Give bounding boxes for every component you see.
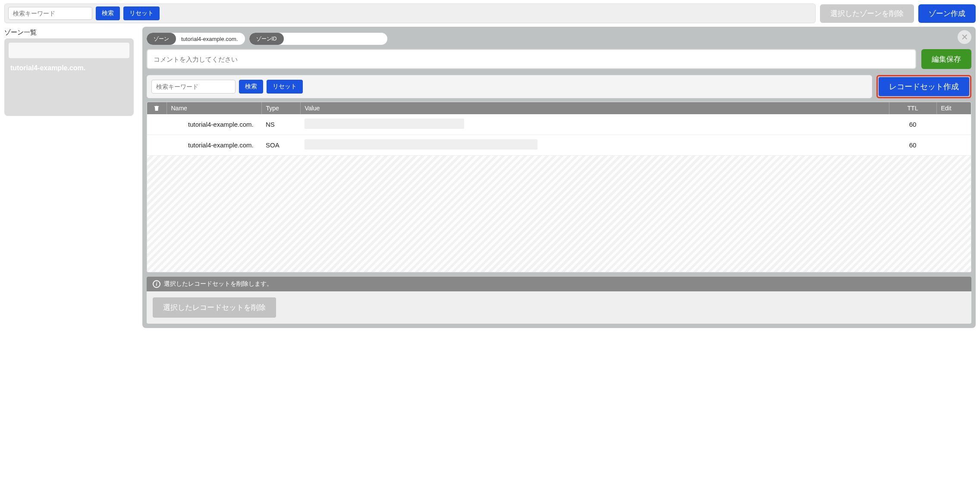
redacted-value xyxy=(305,139,537,150)
info-icon: i xyxy=(153,280,160,288)
record-table-container: Name Type Value TTL Edit tutorial4-examp… xyxy=(147,102,971,272)
top-toolbar: 検索 リセット 選択したゾーンを削除 ゾーン作成 xyxy=(0,0,980,27)
footer-info-text: 選択したレコードセットを削除します。 xyxy=(164,280,273,288)
zone-name-chip: ゾーン tutorial4-example.com. xyxy=(147,33,245,45)
zone-id-chip-label: ゾーンID xyxy=(249,33,284,45)
cell-value xyxy=(300,135,889,156)
col-header-ttl: TTL xyxy=(889,102,936,114)
table-row[interactable]: tutorial4-example.com. NS 60 xyxy=(147,114,971,135)
col-header-value: Value xyxy=(300,102,889,114)
close-icon[interactable]: ✕ xyxy=(958,30,971,44)
zone-list-item[interactable]: tutorial4-example.com. xyxy=(9,61,129,75)
row-select-cell[interactable] xyxy=(147,114,166,135)
table-row[interactable]: tutorial4-example.com. SOA 60 xyxy=(147,135,971,156)
create-zone-button[interactable]: ゾーン作成 xyxy=(918,4,976,23)
zone-detail-panel: ✕ ゾーン tutorial4-example.com. ゾーンID 編集保存 … xyxy=(142,27,976,328)
delete-selected-zone-button[interactable]: 選択したゾーンを削除 xyxy=(820,4,914,23)
save-edit-button[interactable]: 編集保存 xyxy=(921,49,971,69)
cell-ttl: 60 xyxy=(889,135,936,156)
comment-row: 編集保存 xyxy=(147,49,971,69)
zone-search-button[interactable]: 検索 xyxy=(96,6,120,20)
record-toolbar: 検索 リセット レコードセット作成 xyxy=(147,75,971,98)
zone-header: ゾーン tutorial4-example.com. ゾーンID xyxy=(147,31,971,49)
create-recordset-button[interactable]: レコードセット作成 xyxy=(879,77,969,96)
cell-ttl: 60 xyxy=(889,114,936,135)
footer-info-bar: i 選択したレコードセットを削除します。 xyxy=(147,277,971,291)
record-reset-button[interactable]: リセット xyxy=(267,80,303,94)
zone-search-group: 検索 リセット xyxy=(4,3,816,23)
row-select-cell[interactable] xyxy=(147,135,166,156)
cell-name: tutorial4-example.com. xyxy=(166,114,261,135)
cell-type: SOA xyxy=(261,135,300,156)
cell-value xyxy=(300,114,889,135)
cell-edit[interactable] xyxy=(936,114,971,135)
comment-input[interactable] xyxy=(147,49,916,69)
sidebar: ゾーン一覧 tutorial4-example.com. xyxy=(4,27,134,116)
create-recordset-highlight: レコードセット作成 xyxy=(876,75,971,98)
zone-search-input[interactable] xyxy=(8,7,92,20)
record-table: Name Type Value TTL Edit tutorial4-examp… xyxy=(147,102,971,156)
trash-icon xyxy=(151,105,162,112)
delete-selected-records-button[interactable]: 選択したレコードセットを削除 xyxy=(153,297,276,318)
zone-list-title: ゾーン一覧 xyxy=(4,27,134,38)
record-search-button[interactable]: 検索 xyxy=(239,80,263,94)
col-header-type: Type xyxy=(261,102,300,114)
record-search-input[interactable] xyxy=(151,80,236,94)
zone-id-chip: ゾーンID xyxy=(249,33,387,45)
col-header-delete xyxy=(147,102,166,114)
zone-chip-value: tutorial4-example.com. xyxy=(176,36,238,42)
cell-name: tutorial4-example.com. xyxy=(166,135,261,156)
cell-type: NS xyxy=(261,114,300,135)
zone-reset-button[interactable]: リセット xyxy=(123,6,160,20)
records-empty-area xyxy=(147,156,971,272)
main-layout: ゾーン一覧 tutorial4-example.com. ✕ ゾーン tutor… xyxy=(0,27,980,332)
record-search-group: 検索 リセット xyxy=(147,75,872,98)
zone-chip-label: ゾーン xyxy=(147,33,176,45)
zone-list-item-blank xyxy=(9,43,129,58)
cell-edit[interactable] xyxy=(936,135,971,156)
col-header-name: Name xyxy=(166,102,261,114)
zone-list: tutorial4-example.com. xyxy=(4,38,134,116)
footer-body: 選択したレコードセットを削除 xyxy=(147,291,971,324)
redacted-value xyxy=(305,119,464,129)
col-header-edit: Edit xyxy=(936,102,971,114)
